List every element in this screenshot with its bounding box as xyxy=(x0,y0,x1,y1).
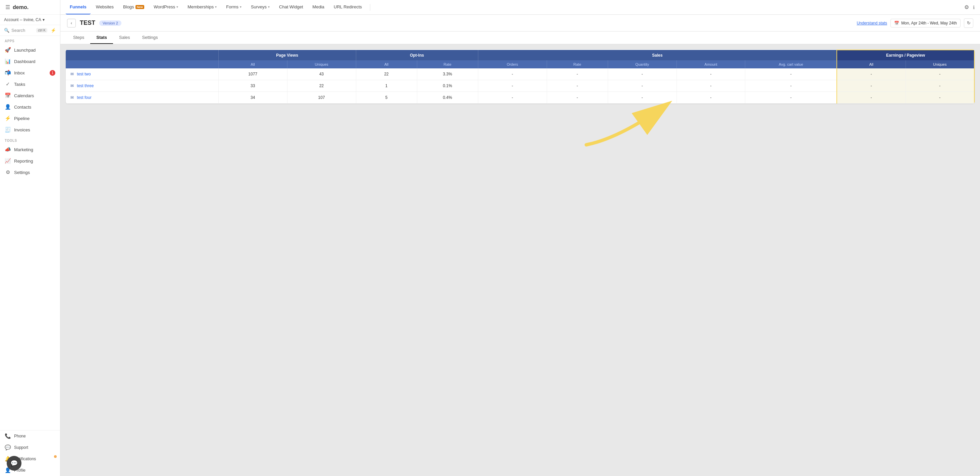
chevron-down-icon: ▾ xyxy=(43,17,45,22)
name-col-header xyxy=(66,50,218,60)
sidebar-item-invoices[interactable]: 🧾 Invoices xyxy=(0,124,60,135)
nav-wordpress[interactable]: WordPress ▾ xyxy=(150,0,182,14)
sales-quantity-subheader: Quantity xyxy=(608,60,676,68)
nav-label: Funnels xyxy=(70,4,86,10)
tasks-icon: ✓ xyxy=(5,81,11,87)
sidebar-item-label: Invoices xyxy=(14,127,30,132)
chevron-down-icon: ▾ xyxy=(177,5,178,9)
page-views-all-cell: 1077 xyxy=(218,68,287,80)
account-selector[interactable]: Account -- Irvine, CA ▾ xyxy=(0,15,60,25)
refresh-button[interactable]: ↻ xyxy=(964,18,973,28)
sidebar: ☰ demo. Account -- Irvine, CA ▾ 🔍 Search… xyxy=(0,0,60,476)
sub-header: ‹ TEST Version 2 Understand stats 📅 Mon,… xyxy=(60,15,980,32)
optins-rate-cell: 0.1% xyxy=(417,80,478,92)
sidebar-item-reporting[interactable]: 📈 Reporting xyxy=(0,155,60,167)
earnings-uniques-cell: - xyxy=(905,80,974,92)
date-range-picker[interactable]: 📅 Mon, Apr 24th - Wed, May 24th xyxy=(891,19,961,27)
tab-label: Sales xyxy=(119,35,130,40)
menu-icon[interactable]: ☰ xyxy=(5,4,10,10)
search-icon: 🔍 xyxy=(4,28,10,33)
optins-rate-cell: 3.3% xyxy=(417,68,478,80)
settings-icon: ⚙ xyxy=(5,169,11,175)
sidebar-item-label: Tasks xyxy=(14,82,25,87)
sales-orders-cell: - xyxy=(478,68,547,80)
sales-quantity-cell: - xyxy=(608,92,676,103)
sidebar-item-tasks[interactable]: ✓ Tasks xyxy=(0,78,60,90)
sidebar-item-label: Pipeline xyxy=(14,116,30,121)
chat-widget-fab[interactable]: 💬 xyxy=(7,456,21,471)
row-name[interactable]: test four xyxy=(77,95,91,100)
search-bar[interactable]: 🔍 Search ctrl K ⚡ xyxy=(0,25,60,36)
sales-avg-cart-cell: - xyxy=(745,68,837,80)
refresh-icon: ↻ xyxy=(967,21,970,25)
calendar-icon: 📅 xyxy=(894,21,899,25)
sidebar-item-marketing[interactable]: 📣 Marketing xyxy=(0,144,60,155)
page-views-all-cell: 33 xyxy=(218,80,287,92)
sidebar-item-calendars[interactable]: 📅 Calendars xyxy=(0,90,60,101)
sales-rate-cell: - xyxy=(547,80,608,92)
nav-chat-widget[interactable]: Chat Widget xyxy=(275,0,307,14)
sidebar-item-dashboard[interactable]: 📊 Dashboard xyxy=(0,56,60,67)
nav-surveys[interactable]: Surveys ▾ xyxy=(247,0,274,14)
row-name[interactable]: test three xyxy=(77,84,94,88)
row-name[interactable]: test two xyxy=(77,72,91,76)
chevron-down-icon: ▾ xyxy=(240,5,242,9)
opt-ins-header: Opt-Ins xyxy=(356,50,478,60)
chevron-down-icon: ▾ xyxy=(268,5,270,9)
sidebar-item-label: Marketing xyxy=(14,147,33,152)
nav-url-redirects[interactable]: URL Redirects xyxy=(330,0,366,14)
table-row: ✉ test three 33 22 1 0.1% - - - - - - - xyxy=(66,80,974,92)
sidebar-item-label: Settings xyxy=(14,170,30,175)
email-icon: ✉ xyxy=(70,72,74,76)
search-label: Search xyxy=(11,28,25,33)
sidebar-item-phone[interactable]: 📞 Phone xyxy=(0,430,60,442)
account-label: Account -- Irvine, CA xyxy=(4,17,41,22)
nav-media[interactable]: Media xyxy=(309,0,328,14)
lightning-icon: ⚡ xyxy=(51,28,56,33)
sales-quantity-cell: - xyxy=(608,80,676,92)
sidebar-item-support[interactable]: 💬 Support xyxy=(0,442,60,453)
optins-rate-subheader: Rate xyxy=(417,60,478,68)
nav-label: Chat Widget xyxy=(279,4,303,10)
row-name-cell: ✉ test two xyxy=(66,68,218,80)
info-icon[interactable]: ℹ xyxy=(973,5,975,10)
marketing-icon: 📣 xyxy=(5,146,11,152)
sidebar-item-contacts[interactable]: 👤 Contacts xyxy=(0,101,60,113)
back-arrow-icon: ‹ xyxy=(71,21,72,25)
earnings-all-cell: - xyxy=(837,92,905,103)
sales-rate-cell: - xyxy=(547,68,608,80)
nav-forms[interactable]: Forms ▾ xyxy=(222,0,245,14)
dashboard-icon: 📊 xyxy=(5,58,11,64)
nav-funnels[interactable]: Funnels xyxy=(66,0,91,14)
nav-label: Memberships xyxy=(188,4,214,10)
sales-amount-cell: - xyxy=(676,80,745,92)
tab-settings[interactable]: Settings xyxy=(136,32,164,44)
tab-stats[interactable]: Stats xyxy=(90,32,113,44)
sidebar-item-launchpad[interactable]: 🚀 Launchpad xyxy=(0,44,60,56)
nav-memberships[interactable]: Memberships ▾ xyxy=(183,0,221,14)
tab-label: Settings xyxy=(142,35,158,40)
tab-sales[interactable]: Sales xyxy=(113,32,136,44)
understand-stats-button[interactable]: Understand stats xyxy=(857,21,887,25)
table-row: ✉ test two 1077 43 22 3.3% - - - - - - - xyxy=(66,68,974,80)
sales-avg-cart-subheader: Avg. cart value xyxy=(745,60,837,68)
row-name-cell: ✉ test three xyxy=(66,80,218,92)
tab-steps[interactable]: Steps xyxy=(67,32,90,44)
back-button[interactable]: ‹ xyxy=(67,19,76,27)
row-name-cell: ✉ test four xyxy=(66,92,218,103)
nav-label: Websites xyxy=(96,4,114,10)
sales-avg-cart-cell: - xyxy=(745,80,837,92)
sidebar-item-inbox[interactable]: 📬 Inbox 1 xyxy=(0,67,60,78)
sidebar-item-settings[interactable]: ⚙ Settings xyxy=(0,167,60,178)
sales-rate-subheader: Rate xyxy=(547,60,608,68)
nav-websites[interactable]: Websites xyxy=(92,0,118,14)
optins-all-cell: 1 xyxy=(356,80,417,92)
nav-label: Blogs xyxy=(123,4,134,10)
page-views-header: Page Views xyxy=(218,50,356,60)
nav-label: Forms xyxy=(226,4,239,10)
sidebar-item-label: Contacts xyxy=(14,105,31,109)
nav-blogs[interactable]: Blogs New xyxy=(119,0,148,14)
settings-gear-icon[interactable]: ⚙ xyxy=(964,4,969,10)
date-range-label: Mon, Apr 24th - Wed, May 24th xyxy=(901,21,957,25)
sidebar-item-pipeline[interactable]: ⚡ Pipeline xyxy=(0,113,60,124)
